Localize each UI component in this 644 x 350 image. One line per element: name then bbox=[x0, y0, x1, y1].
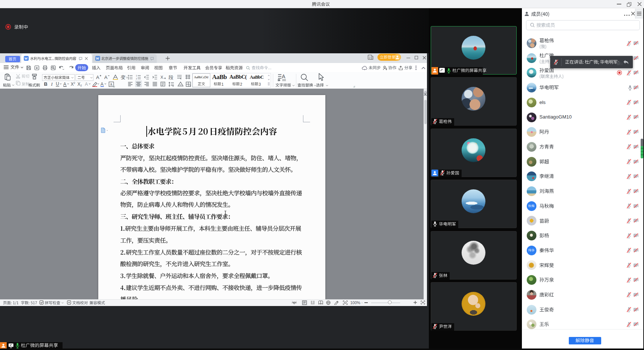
svg-text:U: U bbox=[56, 82, 59, 86]
svg-text:变: 变 bbox=[121, 75, 125, 80]
svg-text:2: 2 bbox=[80, 84, 82, 87]
svg-text:X: X bbox=[77, 82, 80, 87]
svg-text:A: A bbox=[85, 82, 88, 87]
svg-text:X: X bbox=[71, 82, 74, 87]
svg-text:2: 2 bbox=[74, 82, 75, 84]
svg-text:1: 1 bbox=[136, 75, 137, 77]
svg-text:A: A bbox=[104, 75, 108, 80]
svg-text:段: 段 bbox=[169, 75, 173, 80]
svg-text:2: 2 bbox=[136, 78, 137, 80]
svg-text:X: X bbox=[160, 75, 163, 79]
svg-text:2: 2 bbox=[369, 56, 371, 59]
svg-text:A: A bbox=[110, 82, 113, 86]
svg-text:A: A bbox=[101, 82, 103, 87]
svg-text:A: A bbox=[63, 82, 66, 87]
svg-text:A: A bbox=[282, 73, 286, 79]
svg-text:A: A bbox=[96, 75, 99, 80]
